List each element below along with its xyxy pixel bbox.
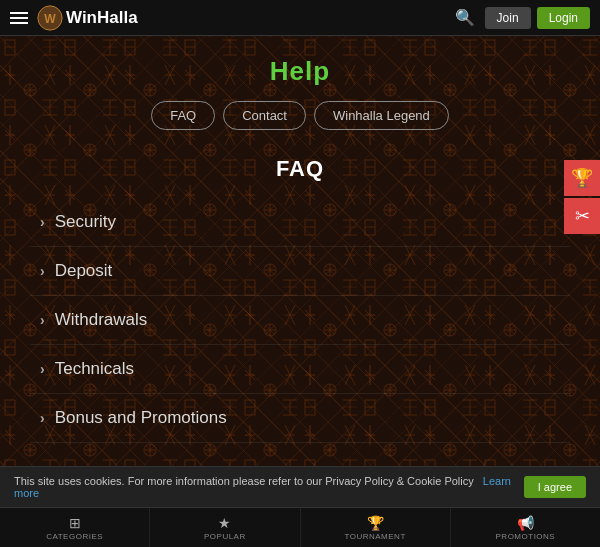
- side-button-scissors[interactable]: ✂: [564, 198, 600, 234]
- login-button[interactable]: Login: [537, 7, 590, 29]
- faq-item-security[interactable]: › Security: [30, 198, 570, 247]
- svg-text:W: W: [44, 11, 56, 25]
- tab-faq[interactable]: FAQ: [151, 101, 215, 130]
- faq-item-bonus-label: Bonus and Promotions: [55, 408, 227, 428]
- tab-contact[interactable]: Contact: [223, 101, 306, 130]
- logo-text: WinHalla: [66, 8, 138, 28]
- chevron-right-icon: ›: [40, 410, 45, 426]
- trophy-icon: 🏆: [571, 167, 593, 189]
- tab-winhalla-legend[interactable]: Winhalla Legend: [314, 101, 449, 130]
- bottom-nav-popular[interactable]: ★ POPULAR: [150, 508, 300, 547]
- chevron-right-icon: ›: [40, 312, 45, 328]
- faq-item-deposit-label: Deposit: [55, 261, 113, 281]
- logo-icon: W: [36, 4, 64, 32]
- tournament-icon: 🏆: [367, 515, 384, 531]
- navbar-right: 🔍 Join Login: [451, 4, 590, 31]
- cookie-text: This site uses cookies. For more informa…: [14, 475, 512, 499]
- scissors-icon: ✂: [575, 205, 590, 227]
- join-button[interactable]: Join: [485, 7, 531, 29]
- faq-item-withdrawals[interactable]: › Withdrawals: [30, 296, 570, 345]
- cookie-message: This site uses cookies. For more informa…: [14, 475, 474, 487]
- chevron-right-icon: ›: [40, 263, 45, 279]
- promotions-label: PROMOTIONS: [496, 532, 556, 541]
- faq-section: FAQ › Security › Deposit › Withdrawals ›…: [0, 146, 600, 443]
- bottom-nav-tournament[interactable]: 🏆 TOURNAMENT: [301, 508, 451, 547]
- help-section: Help FAQ Contact Winhalla Legend: [0, 36, 600, 146]
- bottom-nav-promotions[interactable]: 📢 PROMOTIONS: [451, 508, 600, 547]
- faq-item-deposit[interactable]: › Deposit: [30, 247, 570, 296]
- cookie-agree-button[interactable]: I agree: [524, 476, 586, 498]
- popular-label: POPULAR: [204, 532, 246, 541]
- faq-title: FAQ: [30, 156, 570, 182]
- categories-label: CATEGORIES: [46, 532, 103, 541]
- help-tabs: FAQ Contact Winhalla Legend: [0, 101, 600, 130]
- side-button-trophy[interactable]: 🏆: [564, 160, 600, 196]
- faq-item-withdrawals-label: Withdrawals: [55, 310, 148, 330]
- tournament-label: TOURNAMENT: [344, 532, 405, 541]
- search-button[interactable]: 🔍: [451, 4, 479, 31]
- bottom-nav-categories[interactable]: ⊞ CATEGORIES: [0, 508, 150, 547]
- faq-item-security-label: Security: [55, 212, 116, 232]
- promotions-icon: 📢: [517, 515, 534, 531]
- chevron-right-icon: ›: [40, 361, 45, 377]
- navbar-left: W WinHalla: [10, 4, 138, 32]
- bottom-nav: ⊞ CATEGORIES ★ POPULAR 🏆 TOURNAMENT 📢 PR…: [0, 507, 600, 547]
- hamburger-menu-button[interactable]: [10, 12, 28, 24]
- side-buttons: 🏆 ✂: [564, 160, 600, 234]
- categories-icon: ⊞: [69, 515, 81, 531]
- cookie-bar: This site uses cookies. For more informa…: [0, 466, 600, 507]
- chevron-right-icon: ›: [40, 214, 45, 230]
- navbar: W WinHalla 🔍 Join Login: [0, 0, 600, 36]
- faq-item-technicals[interactable]: › Technicals: [30, 345, 570, 394]
- logo: W WinHalla: [36, 4, 138, 32]
- help-title: Help: [0, 56, 600, 87]
- faq-item-bonus-and-promotions[interactable]: › Bonus and Promotions: [30, 394, 570, 443]
- popular-icon: ★: [218, 515, 231, 531]
- faq-item-technicals-label: Technicals: [55, 359, 134, 379]
